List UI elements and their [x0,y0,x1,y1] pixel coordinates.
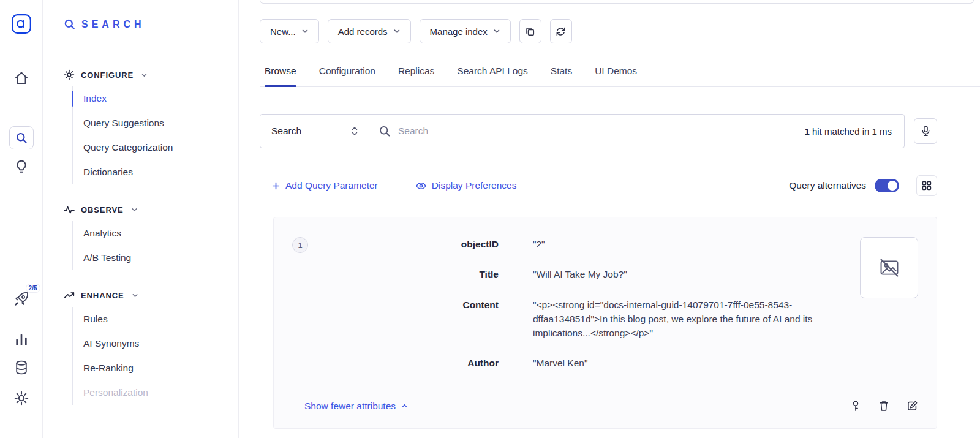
edit-icon[interactable] [907,400,918,412]
sidebar-item-dictionaries[interactable]: Dictionaries [73,160,238,184]
eye-icon [416,181,426,191]
sidebar-item-index[interactable]: Index [73,86,238,111]
chevron-down-icon [493,28,500,35]
index-tabs: Browse Configuration Replicas Search API… [260,66,980,87]
add-query-parameter-link[interactable]: Add Query Parameter [272,180,378,191]
product-name: SEARCH [81,19,145,30]
chevron-down-icon [141,72,148,78]
hit-card: 1 objectID "2" Title "Will AI Take My Jo… [273,217,937,429]
search-box: Search 1hit matched in 1 ms [260,114,905,148]
tab-search-api-logs[interactable]: Search API Logs [457,66,527,86]
section-label: ENHANCE [81,291,124,300]
tab-configuration[interactable]: Configuration [319,66,375,86]
search-product-icon[interactable] [9,126,34,149]
hits-count: 1 [805,126,810,137]
search-input[interactable] [398,126,793,137]
section-enhance[interactable]: ENHANCE [64,289,238,302]
chevron-down-icon [131,206,138,213]
section-observe[interactable]: OBSERVE [64,203,238,216]
analytics-icon[interactable] [14,332,29,347]
copy-icon[interactable] [519,19,541,43]
attribute-value: "<p><strong id="docs-internal-guid-14079… [533,298,845,341]
add-query-parameter-label: Add Query Parameter [285,180,378,191]
hits-summary: 1hit matched in 1 ms [805,126,892,137]
sidebar-item-query-suggestions[interactable]: Query Suggestions [73,111,238,135]
refresh-icon[interactable] [550,19,572,43]
hit-rank-cell: 1 [292,237,322,371]
chevron-down-icon [393,28,401,35]
tab-browse[interactable]: Browse [265,66,296,86]
manage-index-button[interactable]: Manage index [420,19,511,43]
attribute-key: Content [322,298,533,312]
sidebar-item-analytics[interactable]: Analytics [73,221,238,246]
chevron-down-icon [301,28,309,35]
show-fewer-label: Show fewer attributes [304,401,396,412]
sidebar-item-query-categorization[interactable]: Query Categorization [73,135,238,160]
display-preferences-label: Display Preferences [432,180,517,191]
hit-attributes: objectID "2" Title "Will AI Take My Job?… [322,237,845,371]
attribute-row: Author "Marvel Ken" [322,356,845,370]
section-configure[interactable]: CONFIGURE [64,68,238,81]
microphone-icon[interactable] [914,118,937,144]
attribute-value: "Will AI Take My Job?" [533,267,627,281]
recommend-icon[interactable] [14,159,29,174]
sidebar-item-ai-synonyms[interactable]: AI Synonyms [73,331,238,356]
usage-badge: 2/5 [26,284,40,292]
display-preferences-link[interactable]: Display Preferences [416,180,517,191]
stepper-icon [351,126,358,137]
tab-replicas[interactable]: Replicas [398,66,434,86]
attribute-row: Title "Will AI Take My Job?" [322,267,845,281]
hit-rank-badge: 1 [292,237,308,253]
trend-up-icon [64,290,75,301]
attribute-row: objectID "2" [322,237,845,251]
grid-view-icon[interactable] [916,175,937,196]
query-alternatives-label: Query alternatives [789,180,866,191]
app-icon-rail: 2/5 [0,0,43,438]
rocket-icon[interactable]: 2/5 [13,290,30,308]
toggle-knob [888,181,897,191]
sidebar-item-rules[interactable]: Rules [73,307,238,331]
product-title: SEARCH [64,18,238,30]
api-key-icon[interactable] [850,400,861,412]
query-controls-row: Add Query Parameter Display Preferences … [260,175,937,196]
section-label: CONFIGURE [81,70,134,80]
attribute-key: Title [322,267,533,281]
attribute-value: "Marvel Ken" [533,356,587,370]
image-off-icon [879,257,900,278]
new-button[interactable]: New... [260,19,319,43]
search-icon [64,18,75,30]
attribute-key: objectID [322,237,533,251]
search-row: Search 1hit matched in 1 ms [260,114,937,148]
global-header-edge [260,0,974,4]
activity-icon [64,204,75,215]
attribute-key: Author [322,356,533,370]
show-fewer-attributes-link[interactable]: Show fewer attributes [304,401,408,412]
hits-text: hit matched in 1 ms [812,126,892,137]
search-icon [379,125,391,137]
chevron-up-icon [401,402,408,409]
add-records-label: Add records [338,26,388,37]
section-label: OBSERVE [81,205,124,214]
sidebar-item-ab-testing[interactable]: A/B Testing [73,246,238,270]
image-placeholder [860,237,918,298]
new-button-label: New... [270,26,296,37]
algolia-logo[interactable] [11,13,32,34]
database-icon[interactable] [14,360,29,375]
settings-icon[interactable] [14,391,29,406]
attribute-row: Content "<p><strong id="docs-internal-gu… [322,298,845,341]
sidebar-item-re-ranking[interactable]: Re-Ranking [73,356,238,380]
delete-icon[interactable] [878,400,889,412]
chevron-down-icon [132,292,138,299]
index-toolbar: New... Add records Manage index [260,19,937,43]
search-scope-selector[interactable]: Search [260,115,368,148]
query-alternatives-toggle[interactable] [875,179,899,192]
tab-ui-demos[interactable]: UI Demos [595,66,637,86]
tab-stats[interactable]: Stats [551,66,572,86]
manage-index-label: Manage index [430,26,488,37]
plus-icon [272,182,280,190]
hit-card-footer: Show fewer attributes [292,400,918,412]
home-icon[interactable] [13,70,29,86]
sidebar-item-personalization[interactable]: Personalization [73,380,238,405]
scope-label: Search [271,126,301,137]
add-records-button[interactable]: Add records [328,19,411,43]
